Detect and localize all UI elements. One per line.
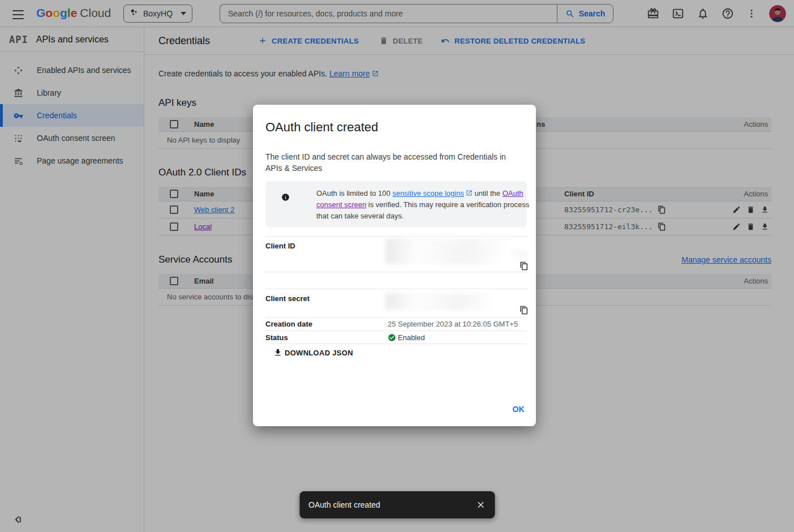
client-id-row: Client ID	[265, 236, 527, 272]
notice-text: OAuth is limited to 100 sensitive scope …	[316, 188, 540, 222]
creation-date-row: Creation date 25 September 2023 at 10:26…	[265, 317, 527, 331]
notice-pre: OAuth is limited to 100	[316, 189, 392, 198]
status-label: Status	[265, 333, 388, 342]
snackbar: OAuth client created	[299, 491, 495, 518]
oauth-client-created-dialog: OAuth client created The client ID and s…	[253, 105, 536, 426]
notice-mid: until the	[473, 189, 503, 198]
download-json-button[interactable]: DOWNLOAD JSON	[273, 348, 353, 357]
status-row: Status Enabled	[265, 331, 527, 344]
close-icon[interactable]	[475, 500, 486, 510]
copy-icon[interactable]	[520, 261, 529, 271]
redacted-client-id	[385, 238, 518, 264]
spacer-row	[265, 272, 527, 289]
notice-box: OAuth is limited to 100 sensitive scope …	[265, 181, 527, 227]
dialog-title: OAuth client created	[265, 120, 378, 135]
info-icon	[281, 193, 290, 201]
status-value: Enabled	[398, 333, 425, 342]
dialog-fields: Client ID Client secret Creation date 25…	[265, 236, 527, 344]
download-json-label: DOWNLOAD JSON	[285, 349, 353, 357]
redacted-client-secret	[385, 293, 507, 310]
snackbar-message: OAuth client created	[308, 500, 475, 509]
redacted-client-id	[513, 250, 530, 258]
creation-date-value: 25 September 2023 at 10:26:05 GMT+5	[388, 320, 518, 328]
external-link-icon	[466, 188, 473, 195]
download-icon	[273, 348, 282, 357]
google-cloud-console: Google Cloud BoxyHQ Search	[0, 0, 794, 532]
creation-date-label: Creation date	[265, 320, 388, 328]
copy-icon[interactable]	[520, 306, 529, 315]
sensitive-scope-logins-link[interactable]: sensitive scope logins	[392, 189, 463, 198]
ok-button[interactable]: OK	[512, 405, 525, 414]
check-circle-icon	[388, 333, 396, 342]
client-secret-row: Client secret	[265, 289, 527, 317]
dialog-subtitle: The client ID and secret can always be a…	[265, 151, 517, 174]
